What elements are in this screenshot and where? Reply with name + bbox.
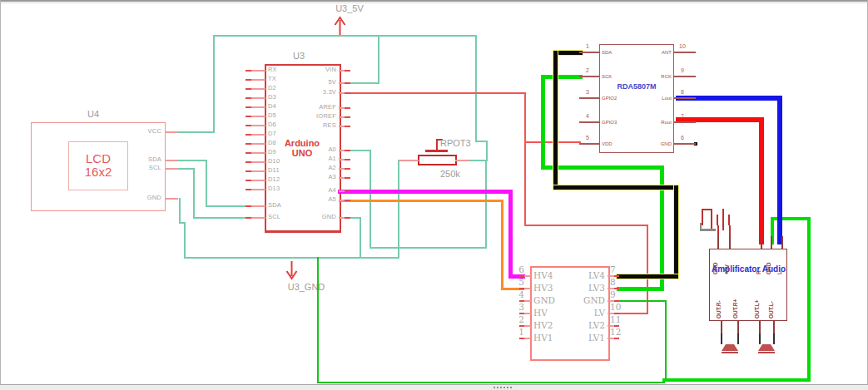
pin-tip (345, 70, 350, 72)
potentiometer-component[interactable] (418, 155, 457, 165)
pin-tip (345, 150, 350, 151)
wire-lcd-scl-to-arduino[interactable] (193, 168, 195, 219)
wire-a5-orange[interactable] (339, 200, 503, 202)
pin-label-arduino-RX: RX (268, 67, 277, 73)
pin-label-arduino-D7: D7 (268, 131, 276, 137)
pin-tip (246, 189, 251, 190)
wire-3v3-to-vdd-lv[interactable] (618, 313, 648, 314)
pin-stub-amp-GND (771, 236, 771, 249)
pin-label-shifter-LV2: LV2 (563, 321, 605, 330)
wire-sda-black[interactable] (553, 51, 558, 190)
net-label-u3-gnd: U3_GND (284, 282, 329, 292)
wire-a5-orange[interactable] (501, 200, 503, 290)
pin-stub-radio-GPIO3 (579, 121, 599, 122)
pin-tip (246, 97, 251, 99)
wire-sck-green[interactable] (541, 75, 583, 79)
wire-5v-to-lcd-vcc[interactable] (176, 131, 215, 133)
pin-label-arduino-D8: D8 (268, 140, 276, 146)
wire-lcd-gnd-drop[interactable] (179, 198, 181, 224)
pin-label-arduino-A5: A5 (293, 196, 336, 203)
wire-lcd-scl-to-arduino[interactable] (176, 168, 195, 170)
scrollbar-handle[interactable] (494, 387, 513, 388)
wire-lout-blue[interactable] (777, 96, 782, 244)
pin-number-shifter-6: 6 (508, 265, 524, 274)
pin-number-radio-6: 6 (676, 135, 689, 141)
pin-label-amp-OUT.L-: OUT.L- (768, 291, 774, 318)
wire-sda-black[interactable] (553, 185, 678, 190)
pin-label-arduino-TX: TX (268, 76, 276, 82)
wire-5v-rail[interactable] (213, 35, 477, 37)
wire-pot-to-a0[interactable] (349, 150, 371, 151)
pin-label-amp-R: R (756, 251, 761, 274)
pin-stub-lcd-SDA (165, 160, 178, 161)
pin-label-shifter-HV4: HV4 (533, 271, 553, 280)
wire-sda-black[interactable] (674, 185, 678, 279)
wire-lcd-sda-to-arduino[interactable] (206, 160, 207, 207)
wire-shifter-gnd-green[interactable] (618, 300, 667, 302)
pin-number-shifter-7: 7 (610, 265, 616, 274)
pin-number-radio-8: 8 (676, 89, 689, 95)
wire-sck-green[interactable] (541, 75, 545, 170)
wire-gnd-green-bottom[interactable] (317, 257, 319, 383)
wire-arduino-gnd-drop[interactable] (360, 217, 361, 259)
pin-label-shifter-HV1: HV1 (533, 333, 553, 343)
wire-a4-magenta[interactable] (338, 190, 513, 194)
pin-label-arduino-5V: 5V (293, 79, 336, 86)
pin-label-radio-SCK: SCK (602, 74, 612, 79)
pin-label-amp-+5V: +5V (724, 251, 730, 274)
pin-tip (345, 82, 350, 84)
pin-label-arduino-D3: D3 (268, 94, 276, 101)
wire-5v-to-arduino-5v[interactable] (378, 35, 379, 84)
wire-5v-to-arduino-5v[interactable] (349, 82, 379, 84)
wire-sda-black[interactable] (617, 274, 678, 279)
pin-label-amp-OUT.R-: OUT.R- (716, 291, 722, 318)
pin-tip (246, 125, 251, 126)
pin-label-amp-L: L (776, 251, 782, 274)
wire-amp-gnd-green[interactable] (807, 217, 811, 382)
pin-number-shifter-1: 1 (508, 328, 524, 337)
pin-tip (345, 159, 350, 160)
wire-sda-black[interactable] (553, 51, 583, 55)
pin-stub-radio-Rout (673, 121, 695, 122)
pin-stub-pot-1 (399, 160, 419, 161)
wire-gnd-rail[interactable] (184, 257, 399, 259)
lcd-ref: U4 (87, 109, 99, 119)
wire-5v-to-lcd-vcc[interactable] (213, 35, 215, 133)
wire-3v3-to-vdd-lv[interactable] (524, 225, 648, 226)
wire-rout-red[interactable] (759, 117, 764, 244)
wire-lcd-gnd-drop[interactable] (184, 222, 186, 259)
frame-left-line (0, 0, 1, 390)
wire-sck-green[interactable] (541, 165, 664, 170)
wire-shifter-gnd-green[interactable] (665, 300, 667, 382)
pin-label-arduino-D10: D10 (268, 158, 280, 165)
pin-number-shifter-12: 12 (610, 328, 621, 337)
wire-pot-to-a0[interactable] (370, 247, 487, 249)
wire-sck-green[interactable] (617, 287, 664, 291)
wire-pot-to-a0[interactable] (485, 160, 487, 249)
pin-tip (345, 200, 350, 201)
pin-tip (246, 79, 251, 81)
pin-stub-radio-SDA (579, 52, 599, 52)
wire-lcd-sda-to-arduino[interactable] (176, 160, 207, 161)
pin-tip (345, 116, 350, 118)
wire-amp-gnd-green[interactable] (662, 378, 811, 382)
wire-5v-to-pot-right[interactable] (486, 141, 488, 161)
battery-bracket-up (700, 223, 702, 230)
wire-pot-left-gnd-drop[interactable] (398, 160, 399, 259)
wire-3v3-to-vdd-lv[interactable] (349, 92, 526, 94)
wire-3v3-to-vdd-lv[interactable] (524, 92, 526, 226)
frame-top-line2 (0, 2, 868, 3)
wire-lcd-sda-to-arduino[interactable] (206, 205, 247, 207)
pin-number-radio-5: 5 (581, 135, 594, 141)
pin-number-shifter-4: 4 (508, 290, 524, 299)
pin-label-amp-OUT.L+: OUT.L+ (754, 291, 760, 318)
pin-tip (246, 70, 251, 72)
wire-sck-green[interactable] (660, 165, 664, 291)
wire-gnd-green-bottom[interactable] (317, 382, 665, 383)
pin-label-shifter-HV3: HV3 (533, 284, 553, 293)
pin-label-arduino-D11: D11 (268, 167, 280, 174)
battery-bracket (700, 229, 716, 231)
wire-lcd-scl-to-arduino[interactable] (193, 217, 247, 219)
wire-5v-to-pot-right[interactable] (475, 35, 477, 142)
pin-label-arduino-IOREF: IOREF (293, 113, 336, 120)
